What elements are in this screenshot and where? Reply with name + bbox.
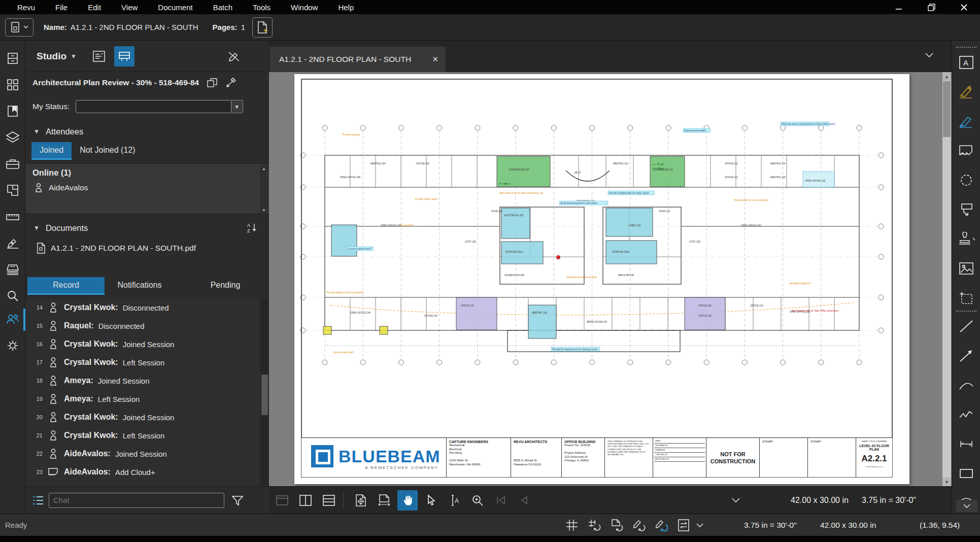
session-list-view-button[interactable] [89, 46, 109, 66]
add-page-button[interactable] [252, 17, 273, 38]
tool-chest-icon[interactable] [4, 155, 21, 173]
menu-revu[interactable]: Revu [7, 1, 45, 14]
my-status-chevron-icon[interactable]: ▼ [231, 101, 242, 112]
measurements-icon[interactable] [4, 208, 21, 225]
stamp-tool-icon[interactable] [958, 230, 975, 248]
menu-edit[interactable]: Edit [78, 1, 111, 14]
record-entry[interactable]: 24AideAvalos: [25, 481, 269, 486]
record-entry[interactable]: 19Ameya:Left Session [25, 390, 269, 408]
menu-help[interactable]: Help [328, 1, 364, 14]
fit-width-button[interactable] [374, 490, 394, 511]
tab-pending[interactable]: Pending [195, 277, 256, 293]
tabbar-chevron-icon[interactable] [925, 53, 933, 58]
record-entry[interactable]: 18Ameya:Joined Session [25, 371, 269, 390]
split-vertical-button[interactable] [295, 490, 316, 511]
reuse-markup-icon[interactable] [652, 517, 671, 534]
documents-collapse-icon[interactable]: ▼ [33, 224, 40, 231]
tab-record[interactable]: Record [27, 277, 105, 293]
record-entry[interactable]: 14Crystal Kwok:Disconnected [25, 298, 269, 317]
record-entry[interactable]: 15Raquel:Disconnected [25, 317, 269, 335]
pdf-canvas[interactable]: OPEN OFFICE 205MEETING 204OFFICE 206CONF… [269, 72, 952, 486]
tab-notifications[interactable]: Notifications [105, 277, 175, 293]
spaces-icon[interactable] [4, 182, 21, 199]
document-list-item[interactable]: A1.2.1 - 2ND FLOOR PLAN - SOUTH.pdf [37, 243, 196, 254]
previous-view-button[interactable] [491, 490, 511, 511]
attendee-item[interactable]: AideAvalos [25, 178, 269, 193]
pen-tool-icon[interactable] [958, 83, 975, 100]
no-markup-icon[interactable] [224, 46, 244, 66]
cloud-tool-icon[interactable] [958, 172, 975, 189]
menu-tools[interactable]: Tools [243, 1, 281, 14]
callout-tool-icon[interactable] [958, 201, 975, 218]
status-chevron-icon[interactable] [696, 523, 703, 528]
rectangle-tool-icon[interactable] [958, 465, 975, 482]
snap-to-markup-icon[interactable] [629, 517, 649, 534]
file-access-icon[interactable] [4, 50, 21, 67]
arrow-tool-icon[interactable] [958, 347, 975, 364]
split-horizontal-button[interactable] [319, 490, 339, 511]
documents-header[interactable]: ▼ Documents AZ [25, 219, 269, 236]
canvas-scroll-thumb[interactable] [943, 81, 951, 137]
search-icon[interactable] [4, 287, 21, 304]
tab-not-joined[interactable]: Not Joined (12) [72, 142, 143, 158]
pdf-page[interactable]: OPEN OFFICE 205MEETING 204OFFICE 206CONF… [294, 74, 909, 484]
grid-toggle-icon[interactable] [562, 517, 582, 534]
bookmarks-icon[interactable] [4, 103, 21, 120]
record-entry[interactable]: 17Crystal Kwok:Left Session [25, 353, 269, 371]
text-box-tool-icon[interactable]: A [958, 54, 975, 71]
record-scroll-thumb[interactable] [261, 375, 268, 415]
image-tool-icon[interactable] [958, 260, 975, 277]
attendees-collapse-icon[interactable]: ▼ [33, 128, 40, 135]
document-menu-button[interactable] [5, 18, 33, 37]
arc-tool-icon[interactable] [958, 377, 975, 394]
session-board-view-button[interactable] [114, 46, 134, 66]
pan-tool-button[interactable] [397, 490, 418, 511]
record-entry[interactable]: 16Crystal Kwok:Joined Session [25, 335, 269, 353]
polyline-tool-icon[interactable] [958, 406, 975, 423]
settings-gear-icon[interactable] [4, 337, 21, 354]
studio-icon[interactable] [4, 311, 21, 328]
synchronize-views-icon[interactable] [674, 517, 693, 534]
thumbnails-icon[interactable] [4, 76, 21, 93]
select-tool-button[interactable] [421, 490, 441, 511]
record-entry[interactable]: 23AideAvalos:Add Cloud+ [25, 463, 269, 481]
snap-to-grid-icon[interactable] [585, 517, 604, 534]
session-expand-icon[interactable] [204, 75, 220, 91]
minimize-button[interactable] [883, 0, 915, 14]
highlighter-tool-icon[interactable] [958, 113, 975, 130]
menu-document[interactable]: Document [148, 1, 202, 14]
filter-icon[interactable] [231, 495, 244, 506]
rail-overflow-chevron[interactable] [956, 500, 977, 512]
line-tool-icon[interactable] [958, 318, 975, 335]
markup-list-toggle-icon[interactable] [31, 494, 45, 506]
scroll-up-icon[interactable]: ▲ [260, 165, 268, 172]
rail-drag-handle[interactable] [956, 47, 976, 50]
canvas-vertical-scrollbar[interactable]: ▲ ▼ [942, 72, 951, 486]
next-view-button[interactable] [514, 490, 534, 511]
canvas-scroll-up-icon[interactable]: ▲ [942, 72, 951, 81]
snapshot-tool-icon[interactable] [958, 289, 975, 307]
session-settings-icon[interactable] [222, 75, 239, 91]
cloud-plus-tool-icon[interactable] [958, 142, 975, 159]
menu-batch[interactable]: Batch [203, 1, 243, 14]
my-status-dropdown[interactable]: ▼ [76, 100, 243, 113]
menu-window[interactable]: Window [281, 1, 328, 14]
panel-title[interactable]: Studio [37, 51, 66, 62]
scroll-down-icon[interactable]: ▼ [260, 207, 268, 214]
dimension-tool-icon[interactable] [958, 435, 975, 453]
record-scrollbar[interactable] [260, 298, 269, 486]
single-page-view-button[interactable] [272, 490, 292, 511]
canvas-scroll-down-icon[interactable]: ▼ [942, 478, 951, 486]
tab-close-icon[interactable]: ✕ [432, 55, 438, 64]
snap-to-content-icon[interactable] [607, 517, 626, 534]
sort-az-icon[interactable]: AZ [247, 222, 258, 233]
attendees-header[interactable]: ▼ Attendees [25, 123, 269, 140]
record-entry[interactable]: 22AideAvalos:Joined Session [25, 445, 269, 463]
document-tab[interactable]: A1.2.1 - 2ND FLOOR PLAN - SOUTH ✕ [270, 47, 446, 72]
record-entry[interactable]: 20Crystal Kwok:Joined Session [25, 408, 269, 426]
attendees-scrollbar[interactable]: ▲ ▼ [260, 165, 268, 214]
signatures-icon[interactable] [4, 234, 21, 252]
menu-view[interactable]: View [111, 1, 148, 14]
record-entry[interactable]: 21Crystal Kwok:Left Session [25, 426, 269, 445]
select-text-button[interactable]: A [444, 490, 464, 511]
